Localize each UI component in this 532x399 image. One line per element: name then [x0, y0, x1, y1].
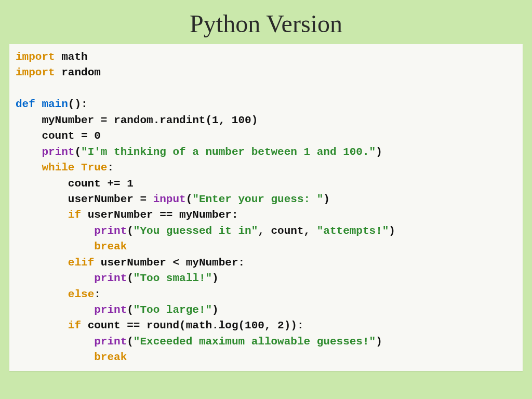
kw-input: input [153, 193, 186, 205]
kw-break: break [94, 351, 127, 363]
code-text [16, 162, 42, 174]
code-text: ) [212, 272, 219, 284]
code-block: import math import random def main(): my… [9, 44, 523, 371]
code-text: ( [186, 193, 193, 205]
code-text: ) [212, 304, 219, 316]
code-text [16, 146, 42, 158]
code-text: ) [323, 193, 330, 205]
code-text: math [55, 51, 88, 63]
string-literal: "I'm thinking of a number between 1 and … [81, 146, 376, 158]
kw-print: print [94, 272, 127, 284]
kw-if: if [68, 209, 81, 221]
string-literal: "Too large!" [134, 304, 212, 316]
code-text: count += 1 [16, 178, 134, 190]
code-text: : [107, 162, 114, 174]
kw-while: while [42, 162, 74, 174]
code-text [16, 288, 68, 300]
kw-print: print [94, 336, 127, 348]
code-text: random [55, 66, 101, 78]
string-literal: "attempts!" [317, 225, 389, 237]
code-text: ( [127, 336, 134, 348]
code-text: ) [389, 225, 395, 237]
kw-print: print [94, 225, 127, 237]
code-text [16, 241, 94, 252]
code-text [16, 351, 94, 363]
code-text: ( [127, 272, 134, 284]
code-text [16, 257, 68, 269]
code-text: ( [127, 304, 134, 316]
kw-elif: elif [68, 257, 94, 269]
code-text [16, 304, 94, 316]
kw-print: print [94, 304, 127, 316]
code-text: ( [74, 146, 81, 158]
kw-if: if [68, 320, 81, 331]
code-text: userNumber == myNumber: [81, 209, 238, 221]
code-text: count == round(math.log(100, 2)): [81, 320, 303, 331]
string-literal: "Enter your guess: " [192, 193, 323, 205]
code-text: userNumber < myNumber: [94, 257, 245, 269]
kw-import: import [16, 51, 55, 63]
code-text [16, 225, 94, 237]
code-text: ) [376, 146, 382, 158]
code-text: : [94, 288, 101, 300]
code-text: (): [68, 98, 88, 110]
code-text [16, 336, 94, 348]
kw-print: print [42, 146, 74, 158]
code-text: userNumber = [16, 193, 153, 205]
code-text: ( [127, 225, 134, 237]
string-literal: "You guessed it in" [134, 225, 258, 237]
string-literal: "Exceeded maximum allowable guesses!" [134, 336, 376, 348]
code-text: count = 0 [16, 130, 101, 142]
code-text: , count, [258, 225, 316, 237]
code-text: myNumber = random.randint(1, 100) [16, 114, 258, 126]
fn-name: main [35, 98, 68, 110]
kw-else: else [68, 288, 94, 300]
kw-import: import [16, 66, 55, 78]
code-text [16, 320, 68, 331]
kw-def: def [16, 98, 35, 110]
string-literal: "Too small!" [134, 272, 212, 284]
code-text: ) [376, 336, 382, 348]
code-text [16, 209, 68, 221]
slide-title: Python Version [0, 0, 532, 44]
kw-break: break [94, 241, 127, 252]
slide-container: Python Version import math import random… [0, 0, 532, 399]
kw-true: True [74, 162, 107, 174]
code-text [16, 272, 94, 284]
